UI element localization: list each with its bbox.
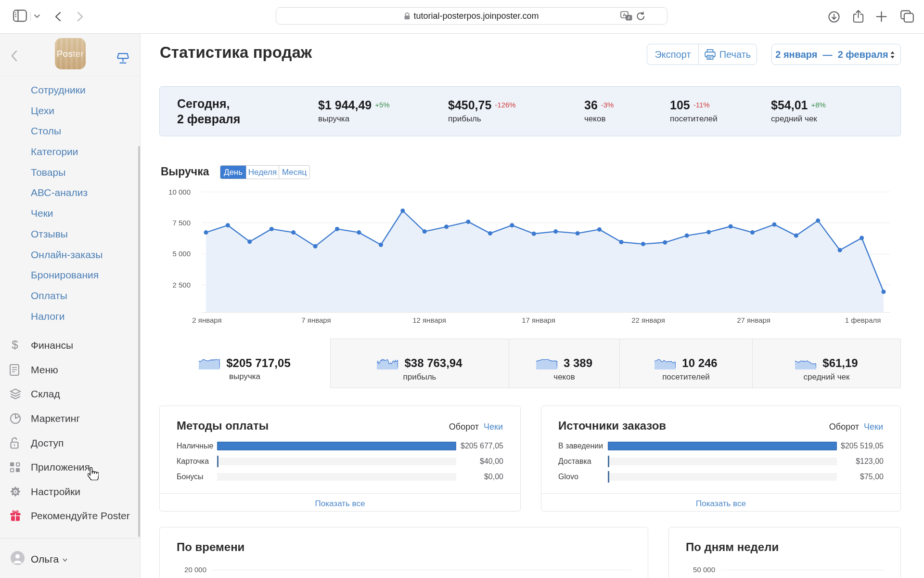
svg-text:22 января: 22 января — [631, 316, 665, 324]
svg-text:7 500: 7 500 — [172, 219, 191, 227]
svg-text:✗: ✗ — [627, 15, 630, 20]
svg-text:$: $ — [12, 339, 18, 351]
svg-text:5 000: 5 000 — [172, 250, 191, 258]
svg-text:17 января: 17 января — [522, 316, 555, 324]
svg-text:1 февраля: 1 февраля — [845, 316, 881, 324]
svg-text:50 000: 50 000 — [693, 565, 715, 574]
svg-text:20 000: 20 000 — [184, 565, 206, 574]
svg-text:2 500: 2 500 — [172, 281, 191, 289]
svg-text:12 января: 12 января — [412, 316, 446, 324]
svg-text:10 000: 10 000 — [168, 188, 191, 196]
svg-text:27 января: 27 января — [737, 316, 770, 324]
svg-text:7 января: 7 января — [301, 316, 331, 324]
svg-text:2 января: 2 января — [192, 316, 221, 324]
